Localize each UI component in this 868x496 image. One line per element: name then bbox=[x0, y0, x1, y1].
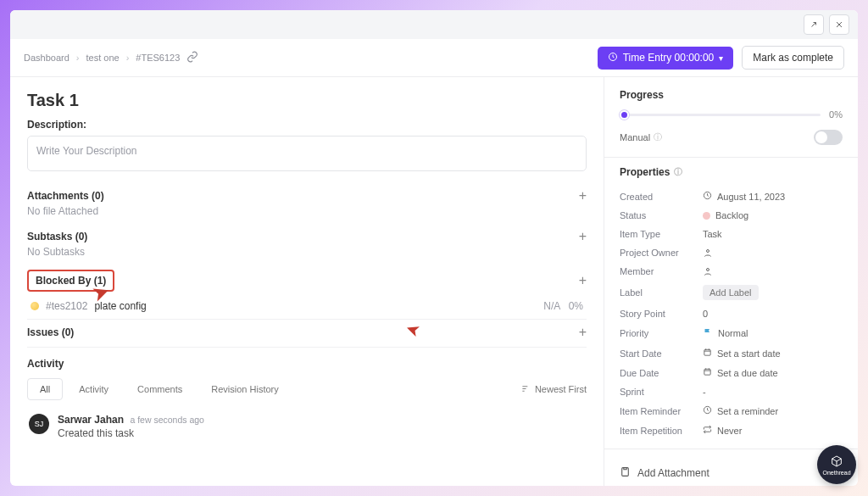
add-label-button[interactable]: Add Label bbox=[703, 285, 759, 300]
tab-revision[interactable]: Revision History bbox=[198, 378, 291, 400]
progress-slider[interactable]: 0% bbox=[620, 109, 843, 120]
prop-sprint-key: Sprint bbox=[620, 387, 694, 397]
activity-entry: SJ Sarwar Jahan a few seconds ago Create… bbox=[27, 409, 587, 444]
prop-priority-value[interactable]: Normal bbox=[703, 327, 843, 339]
prop-start-key: Start Date bbox=[620, 348, 694, 359]
prop-member-key: Member bbox=[620, 266, 694, 276]
add-subtask-icon[interactable]: + bbox=[579, 229, 587, 244]
prop-label-key: Label bbox=[620, 287, 694, 298]
description-input[interactable]: Write Your Description bbox=[27, 136, 587, 171]
manual-label: Manual bbox=[620, 132, 650, 142]
prop-status-key: Status bbox=[620, 210, 694, 220]
add-attachment-icon[interactable]: + bbox=[579, 188, 587, 203]
activity-tabs: All Activity Comments Revision History N… bbox=[27, 378, 587, 400]
issues-heading: Issues (0) bbox=[27, 326, 74, 338]
tab-comments[interactable]: Comments bbox=[125, 378, 195, 400]
prop-repeat-value[interactable]: Never bbox=[703, 425, 843, 436]
subtasks-empty: No Subtasks bbox=[27, 246, 587, 265]
manual-toggle[interactable] bbox=[814, 130, 843, 145]
attachments-empty: No file Attached bbox=[27, 205, 587, 224]
activity-heading: Activity bbox=[27, 358, 64, 370]
properties-heading: Properties bbox=[620, 166, 670, 178]
time-entry-label: Time Entry 00:00:00 bbox=[623, 52, 715, 64]
progress-value: 0% bbox=[829, 109, 843, 120]
svg-point-3 bbox=[707, 269, 709, 271]
side-panel: Progress 0% Manual ⓘ Properties ⓘ Create… bbox=[604, 77, 858, 486]
prop-status-value[interactable]: Backlog bbox=[703, 210, 843, 220]
close-icon[interactable] bbox=[829, 14, 849, 35]
sort-label: Newest First bbox=[535, 384, 587, 394]
status-color-icon bbox=[703, 212, 710, 220]
sort-icon bbox=[521, 384, 531, 395]
activity-user: Sarwar Jahan bbox=[58, 414, 124, 426]
add-issue-icon[interactable]: + bbox=[579, 325, 587, 340]
avatar: SJ bbox=[29, 414, 49, 434]
svg-point-2 bbox=[707, 250, 709, 253]
prop-owner-key: Project Owner bbox=[620, 248, 694, 258]
tab-all[interactable]: All bbox=[27, 378, 63, 400]
breadcrumb: Dashboard › test one › #TES6123 bbox=[24, 51, 589, 64]
link-icon[interactable] bbox=[186, 51, 198, 64]
svg-rect-5 bbox=[704, 369, 710, 375]
breadcrumb-project[interactable]: test one bbox=[86, 53, 120, 63]
prop-start-value[interactable]: Set a start date bbox=[703, 348, 843, 359]
page-title: Task 1 bbox=[27, 91, 587, 110]
chevron-down-icon: ▾ bbox=[719, 53, 723, 63]
description-label: Description: bbox=[27, 119, 587, 131]
expand-icon[interactable] bbox=[804, 14, 824, 35]
sort-toggle[interactable]: Newest First bbox=[521, 384, 587, 395]
calendar-icon bbox=[703, 348, 712, 359]
prop-itemtype-value[interactable]: Task bbox=[703, 229, 843, 239]
info-icon: ⓘ bbox=[654, 131, 662, 143]
main-panel: Task 1 Description: Write Your Descripti… bbox=[10, 77, 604, 486]
blocked-item-row[interactable]: #tes2102 plate config N/A 0% bbox=[27, 293, 587, 320]
status-dot-icon bbox=[31, 302, 39, 310]
activity-time: a few seconds ago bbox=[130, 415, 204, 425]
prop-reminder-key: Item Reminder bbox=[620, 406, 694, 416]
flag-icon bbox=[703, 327, 713, 339]
attachment-icon bbox=[620, 466, 631, 480]
chevron-right-icon: › bbox=[76, 53, 80, 63]
prop-itemtype-key: Item Type bbox=[620, 229, 694, 239]
repeat-icon bbox=[703, 425, 712, 436]
chevron-right-icon: › bbox=[126, 53, 130, 63]
topbar bbox=[10, 10, 858, 39]
brand-label: Onethread bbox=[822, 470, 850, 476]
info-icon: ⓘ bbox=[674, 166, 682, 178]
activity-action: Created this task bbox=[58, 427, 204, 439]
blocked-item-ref: #tes2102 bbox=[46, 300, 87, 312]
blocked-item-progress: 0% bbox=[569, 300, 583, 312]
time-entry-button[interactable]: Time Entry 00:00:00 ▾ bbox=[598, 47, 734, 70]
prop-member-value[interactable] bbox=[703, 266, 843, 276]
prop-created-value: August 11, 2023 bbox=[717, 192, 785, 202]
prop-story-key: Story Point bbox=[620, 309, 694, 319]
brand-badge[interactable]: Onethread bbox=[817, 445, 856, 484]
add-attachment-label: Add Attachment bbox=[637, 467, 709, 479]
cube-icon bbox=[830, 454, 843, 468]
prop-reminder-value[interactable]: Set a reminder bbox=[703, 405, 843, 416]
tab-activity[interactable]: Activity bbox=[66, 378, 121, 400]
clock-icon bbox=[703, 405, 712, 416]
prop-due-value[interactable]: Set a due date bbox=[703, 367, 843, 378]
prop-owner-value[interactable] bbox=[703, 248, 843, 258]
progress-thumb-icon[interactable] bbox=[620, 110, 629, 120]
prop-created-key: Created bbox=[620, 192, 694, 202]
prop-priority-key: Priority bbox=[620, 328, 694, 338]
svg-rect-7 bbox=[622, 468, 629, 476]
prop-due-key: Due Date bbox=[620, 368, 694, 378]
svg-rect-4 bbox=[704, 349, 710, 355]
calendar-icon bbox=[703, 367, 712, 378]
prop-sprint-value[interactable]: - bbox=[703, 387, 843, 397]
add-blocker-icon[interactable]: + bbox=[579, 273, 587, 288]
mark-complete-button[interactable]: Mark as complete bbox=[742, 46, 844, 70]
breadcrumb-task-id[interactable]: #TES6123 bbox=[136, 53, 180, 63]
clock-icon bbox=[608, 52, 618, 64]
subtasks-heading: Subtasks (0) bbox=[27, 231, 87, 242]
prop-story-value[interactable]: 0 bbox=[703, 309, 843, 319]
prop-repeat-key: Item Repetition bbox=[620, 426, 694, 436]
attachments-heading: Attachments (0) bbox=[27, 190, 104, 202]
progress-heading: Progress bbox=[620, 89, 843, 101]
breadcrumb-dashboard[interactable]: Dashboard bbox=[24, 53, 70, 63]
add-attachment-button[interactable]: Add Attachment bbox=[620, 458, 843, 480]
clock-icon bbox=[703, 191, 712, 202]
